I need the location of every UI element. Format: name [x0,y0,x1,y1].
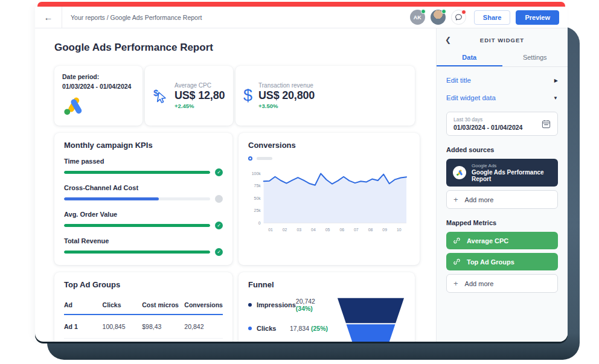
table-column-header: Cost micros [142,296,184,315]
transaction-revenue-widget[interactable]: $ Transaction revenue US$ 20,800 +3.50% [235,66,415,126]
kpi-progress-bar [64,171,210,174]
table-row: Ad 2100,345$95,3417,894 [64,338,223,342]
svg-text:07: 07 [354,228,359,232]
date-range-picker[interactable]: Last 30 days 01/03/2024 - 01/04/2024 [446,112,558,136]
chat-bubble-icon [455,13,463,21]
kpi-progress-bar [64,251,210,254]
online-status-dot [441,9,446,14]
kpi-item: Time passed✓ [64,158,223,176]
metric-value: US$ 12,80 [175,89,225,102]
avatar-initials-label: AK [414,14,421,21]
added-sources-label: Added sources [446,146,558,153]
plus-icon: + [453,279,458,287]
svg-text:100k: 100k [252,171,261,175]
table-row: Ad 1100,845$98,4320,842 [64,315,223,339]
online-status-dot [421,9,426,14]
check-circle-icon: ✓ [215,248,223,256]
avatar-photo[interactable] [431,10,446,25]
conversions-title: Conversions [248,141,410,150]
dollar-icon: $ [243,86,252,105]
mapped-metric-chip[interactable]: Average CPC [446,232,558,249]
svg-text:0: 0 [258,220,261,225]
svg-text:09: 09 [382,228,387,232]
funnel-segment [347,324,396,342]
metric-label: Transaction revenue [258,82,315,89]
funnel-segment [338,298,404,322]
breadcrumb[interactable]: Your reports / Google Ads Performance Re… [71,14,202,21]
funnel-chart [336,298,405,342]
kpi-widget[interactable]: Monthly campaign KPIs Time passed✓Cross-… [54,133,232,265]
table-cell: $98,43 [142,315,184,339]
calendar-icon[interactable] [542,120,551,129]
funnel-stage-label: Clicks [257,325,290,332]
kpi-label: Total Revenue [64,237,223,244]
table-cell: 20,842 [184,315,223,339]
toolbar-divider [62,7,62,28]
kpi-progress-bar [64,197,210,200]
ad-groups-table: AdClicksCost microsConversions Ad 1100,8… [64,296,223,342]
notification-dot [461,10,466,14]
preview-button[interactable]: Preview [516,10,559,25]
average-cpc-widget[interactable]: $ Average CPC US$ 12,80 +2.45% [145,66,233,126]
table-column-header: Conversions [184,296,223,315]
funnel-legend-item: Clicks17,834 (25%) [248,325,328,332]
panel-title: EDIT WIDGET [437,37,568,43]
google-ads-logo-small [453,166,466,179]
svg-text:03: 03 [296,228,301,232]
funnel-title: Funnel [248,280,405,289]
edit-title-row[interactable]: Edit title ▶ [446,77,558,84]
google-ads-logo [62,97,135,119]
conversions-widget[interactable]: Conversions 100k75k50k25k001020304050607… [239,133,420,265]
edit-title-link[interactable]: Edit title [446,77,471,84]
mapped-metric-chip[interactable]: Top Ad Groups [446,253,558,270]
funnel-stage-value: 17,834 (25%) [290,325,328,332]
top-ad-groups-widget[interactable]: Top Ad Groups AdClicksCost microsConvers… [54,272,232,342]
tab-data[interactable]: Data [437,49,502,66]
metric-value: US$ 20,800 [258,89,315,102]
kpi-label: Avg. Order Value [64,211,223,218]
share-button[interactable]: Share [474,10,511,25]
date-period-range: 01/03/2024 - 01/04/2024 [62,82,135,92]
funnel-legend: Impressions20,742 (34%)Clicks17,834 (25%… [248,298,328,342]
edit-widget-data-link[interactable]: Edit widget data [446,94,496,101]
link-icon [453,237,461,244]
chevron-right-icon: ▶ [554,78,558,83]
table-column-header: Clicks [103,296,143,315]
source-card-google-ads[interactable]: Google Ads Google Ads Performance Report [446,159,558,187]
kpi-label: Cross-Channel Ad Cost [64,184,223,191]
date-range-value: 01/03/2024 - 01/04/2024 [453,124,522,131]
metric-delta: +3.50% [258,103,315,109]
tab-settings[interactable]: Settings [502,49,568,66]
add-source-button[interactable]: + Add more [446,190,558,209]
back-button[interactable]: ← [35,12,62,22]
kpi-progress-bar [64,224,210,227]
edit-widget-data-row[interactable]: Edit widget data ▼ [446,94,558,101]
kpi-item: Avg. Order Value✓ [64,211,223,229]
svg-text:06: 06 [339,228,344,232]
check-circle-icon: ✓ [215,168,223,176]
kpi-label: Time passed [64,158,223,165]
date-period-label: Date period: [62,72,135,82]
svg-text:75k: 75k [254,184,261,188]
comments-button[interactable] [451,10,466,25]
funnel-stage-value: 20,742 (34%) [296,298,328,312]
svg-text:08: 08 [368,228,373,232]
table-column-header: Ad [64,296,103,315]
conversions-line-chart: 100k75k50k25k001020304050607080910 [248,163,410,239]
kpi-widget-title: Monthly campaign KPIs [64,141,223,150]
add-metric-button[interactable]: + Add more [446,274,558,293]
funnel-stage-label: Impressions [257,301,296,308]
avatar-initials[interactable]: AK [410,10,425,25]
pending-circle-icon [215,195,223,203]
check-circle-icon: ✓ [215,222,223,229]
report-title: Google Ads Performance Report [54,42,426,54]
funnel-legend-item: Impressions20,742 (34%) [248,298,328,312]
source-platform: Google Ads [472,163,551,168]
kpi-item: Cross-Channel Ad Cost [64,184,223,203]
legend-marker-icon [248,156,252,161]
table-cell: 100,845 [103,315,143,339]
date-period-widget[interactable]: Date period: 01/03/2024 - 01/04/2024 [54,66,143,126]
mapped-metrics-list: Average CPCTop Ad Groups [446,232,558,270]
funnel-widget[interactable]: Funnel Impressions20,742 (34%)Clicks17,8… [239,272,415,342]
add-more-label: Add more [465,280,494,287]
